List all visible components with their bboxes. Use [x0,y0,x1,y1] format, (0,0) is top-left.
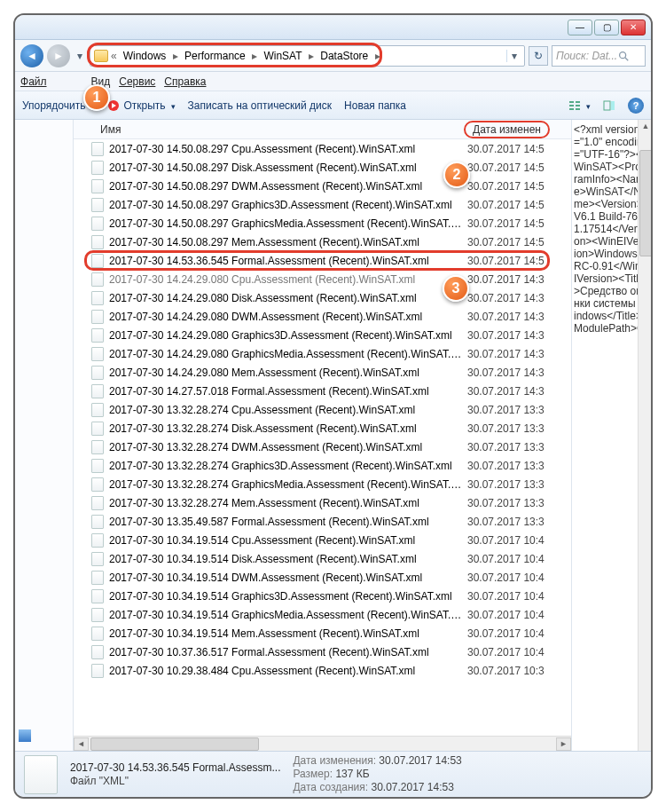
burn-button[interactable]: Записать на оптический диск [188,99,333,112]
file-name: 2017-07-30 13.32.28.274 Disk.Assessment … [109,422,462,435]
maximize-button[interactable]: ▢ [594,20,619,35]
open-button[interactable]: Открыть [107,99,175,112]
file-icon [91,198,104,212]
file-icon [91,533,104,548]
search-placeholder: Поиск: Dat... [556,50,617,62]
file-row[interactable]: 2017-07-30 10.34.19.514 Mem.Assessment (… [74,624,571,643]
file-row[interactable]: 2017-07-30 10.34.19.514 DWM.Assessment (… [74,568,571,587]
scroll-left-arrow[interactable]: ◄ [74,737,89,751]
file-row[interactable]: 2017-07-30 10.34.19.514 Disk.Assessment … [74,549,571,568]
file-row[interactable]: 2017-07-30 14.50.08.297 Mem.Assessment (… [74,233,571,251]
refresh-button[interactable]: ↻ [529,46,548,66]
breadcrumb-datastore[interactable]: DataStore [317,50,372,62]
file-row[interactable]: 2017-07-30 14.50.08.297 Graphics3D.Asses… [74,195,571,214]
file-icon [91,515,104,529]
preview-pane: <?xml version="1.0" encoding="UTF-16"?><… [571,120,651,751]
view-mode-button[interactable] [568,99,591,112]
column-header-date[interactable]: Дата изменен [464,121,550,138]
file-row[interactable]: 2017-07-30 14.53.36.545 Formal.Assessmen… [74,251,571,270]
file-row[interactable]: 2017-07-30 14.24.29.080 Mem.Assessment (… [74,363,571,382]
file-row[interactable]: 2017-07-30 13.35.49.587 Formal.Assessmen… [74,512,571,531]
help-button[interactable]: ? [628,98,644,114]
folder-icon [94,50,108,62]
file-date: 30.07.2017 10:3 [467,665,545,677]
file-date: 30.07.2017 14:3 [467,273,545,286]
svg-rect-10 [611,101,615,110]
file-name: 2017-07-30 10.37.36.517 Formal.Assessmen… [109,646,462,658]
breadcrumb-performance[interactable]: Performance [181,50,249,62]
file-row[interactable]: 2017-07-30 14.24.29.080 Cpu.Assessment (… [74,270,571,288]
file-name: 2017-07-30 10.34.19.514 Graphics3D.Asses… [109,590,462,603]
file-row[interactable]: 2017-07-30 13.32.28.274 Cpu.Assessment (… [74,400,571,419]
scroll-right-arrow[interactable]: ► [556,737,571,751]
file-row[interactable]: 2017-07-30 13.32.28.274 DWM.Assessment (… [74,438,571,456]
file-date: 30.07.2017 13:3 [467,422,545,435]
file-icon [91,627,104,641]
file-date: 30.07.2017 13:3 [467,460,545,472]
menu-tools[interactable]: Сервис [119,75,155,88]
history-dropdown[interactable]: ▾ [74,44,86,67]
back-button[interactable]: ◄ [20,44,43,67]
forward-button[interactable]: ► [47,44,70,67]
file-row[interactable]: 2017-07-30 14.24.29.080 Disk.Assessment … [74,288,571,307]
file-row[interactable]: 2017-07-30 10.37.36.517 Formal.Assessmen… [74,643,571,661]
breadcrumb-winsat[interactable]: WinSAT [260,50,305,62]
file-list[interactable]: 2017-07-30 14.50.08.297 Cpu.Assessment (… [74,139,571,736]
nav-pane[interactable] [15,120,74,751]
file-name: 2017-07-30 14.50.08.297 Disk.Assessment … [109,162,462,174]
file-name: 2017-07-30 13.35.49.587 Formal.Assessmen… [109,516,462,528]
file-date: 30.07.2017 13:3 [467,441,545,453]
menubar: Файл Вид Сервис Справка [15,72,651,91]
column-header-name[interactable]: Имя [74,123,464,136]
file-row[interactable]: 2017-07-30 13.32.28.274 Mem.Assessment (… [74,493,571,512]
file-name: 2017-07-30 10.34.19.514 Mem.Assessment (… [109,627,462,640]
new-folder-button[interactable]: Новая папка [344,99,406,112]
file-name: 2017-07-30 13.32.28.274 DWM.Assessment (… [109,441,462,453]
search-icon [617,50,630,62]
file-row[interactable]: 2017-07-30 14.50.08.297 Cpu.Assessment (… [74,139,571,158]
menu-file[interactable]: Файл [20,75,47,88]
file-icon [91,272,104,287]
file-row[interactable]: 2017-07-30 14.24.29.080 GraphicsMedia.As… [74,344,571,363]
file-row[interactable]: 2017-07-30 10.34.19.514 GraphicsMedia.As… [74,605,571,624]
file-row[interactable]: 2017-07-30 14.50.08.297 DWM.Assessment (… [74,177,571,195]
preview-pane-button[interactable] [603,99,615,112]
file-row[interactable]: 2017-07-30 10.34.19.514 Graphics3D.Asses… [74,587,571,605]
file-name: 2017-07-30 14.53.36.545 Formal.Assessmen… [109,255,462,267]
address-bar[interactable]: « Windows ▸ Performance ▸ WinSAT ▸ DataS… [90,45,525,67]
file-row[interactable]: 2017-07-30 14.50.08.297 Disk.Assessment … [74,158,571,177]
file-row[interactable]: 2017-07-30 14.24.29.080 Graphics3D.Asses… [74,326,571,344]
breadcrumb-windows[interactable]: Windows [120,50,170,62]
modified-date: 30.07.2017 14:53 [379,754,461,767]
annotation-badge-2: 2 [443,162,470,188]
file-row[interactable]: 2017-07-30 13.32.28.274 Disk.Assessment … [74,419,571,438]
file-date: 30.07.2017 14:5 [467,162,545,174]
file-date: 30.07.2017 10:4 [467,627,545,640]
file-icon [91,477,104,492]
menu-help[interactable]: Справка [164,75,206,88]
file-date: 30.07.2017 14:3 [467,348,545,360]
file-icon [91,440,104,454]
scroll-thumb[interactable] [90,737,259,751]
address-dropdown[interactable]: ▾ [506,50,521,62]
file-icon [91,384,104,398]
preview-vertical-scrollbar[interactable]: ▲ [638,120,653,751]
file-date: 30.07.2017 13:3 [467,516,545,528]
file-row[interactable]: 2017-07-30 10.34.19.514 Cpu.Assessment (… [74,531,571,549]
file-row[interactable]: 2017-07-30 10.29.38.484 Cpu.Assessment (… [74,661,571,680]
file-icon [91,291,104,305]
file-name: 2017-07-30 10.34.19.514 Cpu.Assessment (… [109,534,462,547]
close-button[interactable]: ✕ [621,20,646,35]
search-input[interactable]: Поиск: Dat... [552,45,646,67]
preview-scroll-thumb[interactable] [639,150,653,256]
view-icon [568,99,581,112]
file-row[interactable]: 2017-07-30 13.32.28.274 Graphics3D.Asses… [74,456,571,475]
svg-rect-5 [569,108,574,110]
horizontal-scrollbar[interactable]: ◄ ► [74,736,571,751]
file-row[interactable]: 2017-07-30 14.50.08.297 GraphicsMedia.As… [74,214,571,233]
file-row[interactable]: 2017-07-30 13.32.28.274 GraphicsMedia.As… [74,475,571,493]
minimize-button[interactable]: — [568,20,592,35]
file-row[interactable]: 2017-07-30 14.24.29.080 DWM.Assessment (… [74,307,571,326]
file-row[interactable]: 2017-07-30 14.27.57.018 Formal.Assessmen… [74,382,571,400]
file-name: 2017-07-30 14.27.57.018 Formal.Assessmen… [109,385,462,398]
